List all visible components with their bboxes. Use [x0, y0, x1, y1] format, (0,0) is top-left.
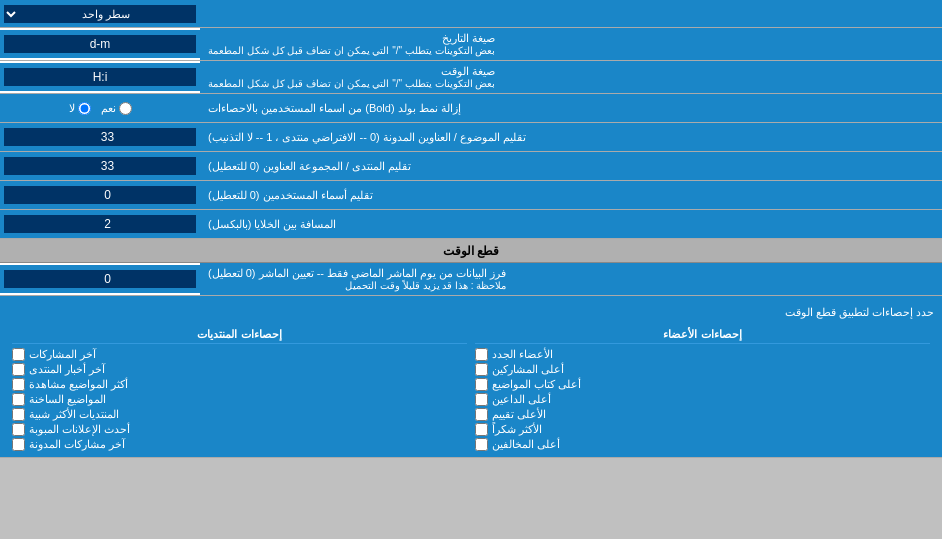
radio-yes-label[interactable]: نعم: [101, 102, 132, 115]
time-cut-input-area: [0, 265, 200, 293]
top-inviters-label: أعلى الداعين: [492, 393, 551, 406]
most-thanked-label: الأكثر شكراً: [492, 423, 542, 436]
classifieds-checkbox[interactable]: [12, 423, 25, 436]
most-viewed-checkbox[interactable]: [12, 378, 25, 391]
last-posts-checkbox[interactable]: [12, 348, 25, 361]
time-cut-row: فرز البيانات من يوم الماشر الماضي فقط --…: [0, 263, 942, 296]
display-select[interactable]: سطر واحد سطرين ثلاثة أسطر: [4, 5, 196, 23]
time-cut-label-text: فرز البيانات من يوم الماشر الماضي فقط --…: [208, 267, 506, 291]
similar-forums-label: المنتديات الأكثر شبية: [29, 408, 119, 421]
username-trim-label-text: تقليم أسماء المستخدمين (0 للتعطيل): [208, 189, 373, 202]
cell-space-label-text: المسافة بين الخلايا (بالبكسل): [208, 218, 337, 231]
forum-order-input[interactable]: [4, 157, 196, 175]
username-trim-input-area: [0, 181, 200, 209]
new-members-label: الأعضاء الجدد: [492, 348, 553, 361]
top-posters-label: أعلى المشاركين: [492, 363, 564, 376]
checkbox-top-posters: أعلى المشاركين: [475, 363, 930, 376]
checkbox-most-thanked: الأكثر شكراً: [475, 423, 930, 436]
checkboxes-grid: إحصاءات الأعضاء الأعضاء الجدد أعلى المشا…: [8, 324, 934, 453]
bold-remove-radio-area: نعم لا: [0, 100, 200, 117]
forum-order-label-text: تقليم المنتدى / المجموعة العناوين (0 للت…: [208, 160, 411, 173]
username-trim-row: تقليم أسماء المستخدمين (0 للتعطيل): [0, 181, 942, 210]
member-stats-col: إحصاءات الأعضاء الأعضاء الجدد أعلى المشا…: [471, 324, 934, 453]
time-format-input-area: [0, 63, 200, 91]
display-select-area: سطر واحد سطرين ثلاثة أسطر: [0, 3, 200, 25]
date-label-line1: صيغة التاريخ: [208, 32, 495, 45]
checkbox-blog-posts: آخر مشاركات المدونة: [12, 438, 467, 451]
radio-yes-text: نعم: [101, 102, 116, 115]
time-format-label-text: صيغة الوقت بعض التكوينات يتطلب "/" التي …: [208, 65, 495, 89]
forum-order-label: تقليم المنتدى / المجموعة العناوين (0 للت…: [200, 152, 942, 180]
blog-posts-checkbox[interactable]: [12, 438, 25, 451]
time-format-row: صيغة الوقت بعض التكوينات يتطلب "/" التي …: [0, 61, 942, 94]
classifieds-label: أحدث الإعلانات المبوبة: [29, 423, 130, 436]
checkboxes-limit-label: حدد إحصاءات لتطبيق قطع الوقت: [8, 306, 934, 319]
username-trim-label: تقليم أسماء المستخدمين (0 للتعطيل): [200, 181, 942, 209]
radio-yes[interactable]: [119, 102, 132, 115]
cell-space-label: المسافة بين الخلايا (بالبكسل): [200, 210, 942, 238]
checkbox-new-members: الأعضاء الجدد: [475, 348, 930, 361]
time-label-line2: بعض التكوينات يتطلب "/" التي يمكن ان تضا…: [208, 78, 495, 89]
checkbox-hot-topics: المواضيع الساخنة: [12, 393, 467, 406]
checkbox-top-violators: أعلى المخالفين: [475, 438, 930, 451]
time-cut-line1: فرز البيانات من يوم الماشر الماضي فقط --…: [208, 267, 506, 280]
top-inviters-checkbox[interactable]: [475, 393, 488, 406]
time-cut-label: فرز البيانات من يوم الماشر الماضي فقط --…: [200, 263, 942, 295]
member-stats-header: إحصاءات الأعضاء: [475, 326, 930, 344]
checkboxes-section: حدد إحصاءات لتطبيق قطع الوقت إحصاءات الأ…: [0, 296, 942, 458]
checkbox-most-viewed: أكثر المواضيع مشاهدة: [12, 378, 467, 391]
top-row: سطر واحد سطرين ثلاثة أسطر: [0, 0, 942, 28]
top-posters-checkbox[interactable]: [475, 363, 488, 376]
most-thanked-checkbox[interactable]: [475, 423, 488, 436]
checkbox-similar-forums: المنتديات الأكثر شبية: [12, 408, 467, 421]
time-cut-input[interactable]: [4, 270, 196, 288]
forum-order-input-area: [0, 152, 200, 180]
radio-no-text: لا: [69, 102, 75, 115]
checkbox-top-topic-writers: أعلى كتاب المواضيع: [475, 378, 930, 391]
date-format-input[interactable]: [4, 35, 196, 53]
username-trim-input[interactable]: [4, 186, 196, 204]
time-label-line1: صيغة الوقت: [208, 65, 495, 78]
time-format-input[interactable]: [4, 68, 196, 86]
new-members-checkbox[interactable]: [475, 348, 488, 361]
forum-news-label: آخر أخبار المنتدى: [29, 363, 105, 376]
top-row-label: [200, 7, 942, 21]
cell-space-input[interactable]: [4, 215, 196, 233]
similar-forums-checkbox[interactable]: [12, 408, 25, 421]
top-violators-checkbox[interactable]: [475, 438, 488, 451]
top-rated-checkbox[interactable]: [475, 408, 488, 421]
date-format-input-area: [0, 30, 200, 58]
bold-remove-label-text: إزالة نمط بولد (Bold) من اسماء المستخدمي…: [208, 102, 461, 115]
date-format-label: صيغة التاريخ بعض التكوينات يتطلب "/" الت…: [200, 28, 942, 60]
topic-order-label: تقليم الموضوع / العناوين المدونة (0 -- ا…: [200, 123, 942, 151]
checkbox-top-inviters: أعلى الداعين: [475, 393, 930, 406]
topic-order-input-area: [0, 123, 200, 151]
date-format-row: صيغة التاريخ بعض التكوينات يتطلب "/" الت…: [0, 28, 942, 61]
topic-order-input[interactable]: [4, 128, 196, 146]
checkbox-classifieds: أحدث الإعلانات المبوبة: [12, 423, 467, 436]
date-label-line2: بعض التكوينات يتطلب "/" التي يمكن ان تضا…: [208, 45, 495, 56]
hot-topics-checkbox[interactable]: [12, 393, 25, 406]
top-topic-writers-label: أعلى كتاب المواضيع: [492, 378, 581, 391]
forum-stats-col: إحصاءات المنتديات آخر المشاركات آخر أخبا…: [8, 324, 471, 453]
time-cut-header-text: قطع الوقت: [443, 244, 499, 258]
forum-news-checkbox[interactable]: [12, 363, 25, 376]
most-viewed-label: أكثر المواضيع مشاهدة: [29, 378, 128, 391]
checkboxes-header-row: حدد إحصاءات لتطبيق قطع الوقت: [8, 300, 934, 324]
cell-space-input-area: [0, 210, 200, 238]
radio-no-label[interactable]: لا: [69, 102, 91, 115]
bold-remove-label: إزالة نمط بولد (Bold) من اسماء المستخدمي…: [200, 94, 942, 122]
hot-topics-label: المواضيع الساخنة: [29, 393, 106, 406]
forum-stats-header: إحصاءات المنتديات: [12, 326, 467, 344]
checkbox-forum-news: آخر أخبار المنتدى: [12, 363, 467, 376]
last-posts-label: آخر المشاركات: [29, 348, 96, 361]
bold-remove-row: إزالة نمط بولد (Bold) من اسماء المستخدمي…: [0, 94, 942, 123]
time-cut-header: قطع الوقت: [0, 239, 942, 263]
radio-no[interactable]: [78, 102, 91, 115]
top-rated-label: الأعلى تقييم: [492, 408, 546, 421]
cell-space-row: المسافة بين الخلايا (بالبكسل): [0, 210, 942, 239]
checkbox-top-rated: الأعلى تقييم: [475, 408, 930, 421]
top-topic-writers-checkbox[interactable]: [475, 378, 488, 391]
forum-order-row: تقليم المنتدى / المجموعة العناوين (0 للت…: [0, 152, 942, 181]
topic-order-row: تقليم الموضوع / العناوين المدونة (0 -- ا…: [0, 123, 942, 152]
